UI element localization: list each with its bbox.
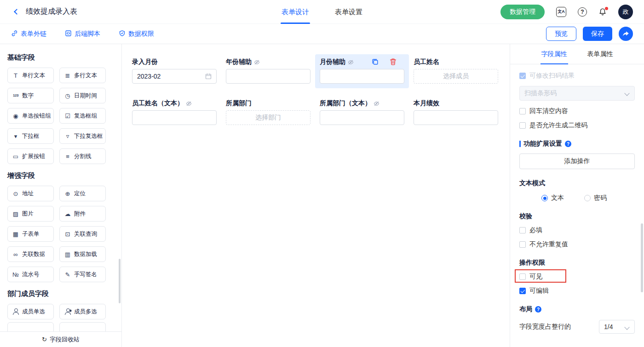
- shield-icon: [119, 30, 126, 38]
- field-label-row: 所属部门: [226, 98, 310, 108]
- field-label: 年份辅助: [226, 58, 252, 66]
- field-type-button[interactable]: T单行文本: [7, 68, 54, 83]
- radio[interactable]: [584, 195, 591, 201]
- canvas-field[interactable]: 所属部门（文本）: [315, 96, 409, 130]
- radio-option[interactable]: 密码: [584, 194, 607, 202]
- field-width-select[interactable]: 1/4: [599, 320, 635, 334]
- field-type-button[interactable]: ⊙地址: [7, 186, 54, 201]
- data-permission-button[interactable]: 数据权限: [119, 30, 154, 38]
- text-mode-radios: 文本密码: [541, 194, 635, 202]
- sidebar-scrollbar[interactable]: [119, 259, 121, 303]
- header-tab-form-settings[interactable]: 表单设置: [335, 0, 362, 24]
- field-label: 所属部门: [226, 99, 252, 108]
- form-toolbar: 表单外链后端脚本数据权限 预览 保存: [0, 24, 644, 44]
- field-type-button[interactable]: ∞关联数据: [7, 246, 54, 262]
- field-type-button[interactable]: ☁附件: [59, 206, 106, 222]
- radio-option[interactable]: 文本: [541, 194, 564, 202]
- field-text-input[interactable]: [226, 69, 310, 84]
- field-text-input[interactable]: [320, 110, 404, 125]
- field-picker-input[interactable]: 选择部门: [226, 110, 310, 125]
- canvas-field[interactable]: 员工姓名（文本）: [127, 96, 221, 130]
- field-date-input[interactable]: 2023-02: [132, 69, 217, 84]
- field-text-input[interactable]: [320, 69, 404, 84]
- field-type-button[interactable]: 成员多选: [59, 304, 106, 319]
- add-action-button[interactable]: 添加操作: [519, 154, 635, 169]
- checkbox[interactable]: [519, 273, 526, 280]
- panel-tab-field-properties[interactable]: 字段属性: [541, 44, 567, 64]
- toolbar-link-label: 后端脚本: [75, 30, 100, 38]
- radio[interactable]: [541, 195, 548, 201]
- checkbox-label: 可修改扫码结果: [529, 72, 575, 80]
- field-type-icon: ▿: [64, 133, 71, 139]
- field-label: 所属部门（文本）: [320, 99, 371, 108]
- checkbox[interactable]: [519, 227, 526, 233]
- canvas-field[interactable]: 员工姓名选择成员: [409, 54, 503, 88]
- field-type-icon: ◷: [64, 93, 71, 99]
- field-type-button[interactable]: ▭扩展按钮: [7, 148, 54, 164]
- toolbar-link-label: 数据权限: [128, 30, 154, 38]
- canvas-field[interactable]: 本月绩效: [409, 96, 503, 130]
- panel-scrollbar[interactable]: [641, 223, 643, 292]
- avatar[interactable]: 政: [618, 5, 633, 19]
- field-type-button[interactable]: ⊡关联查询: [59, 226, 106, 242]
- help-icon[interactable]: [565, 141, 571, 147]
- checkbox[interactable]: [519, 288, 526, 294]
- translate-icon[interactable]: 文A: [556, 7, 566, 17]
- notification-bell-icon[interactable]: [598, 8, 607, 16]
- field-picker-input[interactable]: 选择成员: [414, 69, 498, 84]
- field-type-button[interactable]: ▿下拉复选框: [59, 128, 106, 144]
- share-button[interactable]: [619, 27, 633, 41]
- checkbox-label: 可编辑: [529, 287, 549, 295]
- header-tab-form-design[interactable]: 表单设计: [282, 0, 309, 24]
- field-label: 月份辅助: [320, 58, 345, 66]
- preview-button[interactable]: 预览: [546, 27, 576, 41]
- field-text-input[interactable]: [414, 110, 498, 125]
- field-type-button[interactable]: ◷日期时间: [59, 88, 106, 103]
- field-type-button[interactable]: ⊕定位: [59, 186, 106, 201]
- field-type-button[interactable]: ◉单选按钮组: [7, 108, 54, 124]
- backend-script-button[interactable]: 后端脚本: [65, 30, 100, 38]
- field-type-button[interactable]: ≡分割线: [59, 148, 106, 164]
- field-type-button[interactable]: 123数字: [7, 88, 54, 103]
- copy-field-icon[interactable]: [371, 58, 379, 66]
- checkbox[interactable]: [519, 241, 526, 248]
- hidden-eye-icon: [186, 101, 192, 107]
- field-type-label: 复选框组: [74, 112, 97, 120]
- field-type-button[interactable]: ▾下拉框: [7, 128, 54, 144]
- section-title-text: 功能扩展设置: [523, 140, 562, 148]
- field-type-icon: [64, 308, 71, 315]
- field-text-input[interactable]: [132, 110, 217, 125]
- checkbox[interactable]: [519, 122, 526, 129]
- sidebar-section-title: 增强字段: [7, 171, 121, 180]
- delete-field-icon[interactable]: [389, 58, 397, 66]
- back-button[interactable]: [11, 7, 20, 17]
- field-type-button[interactable]: ≣多行文本: [59, 68, 106, 83]
- canvas-field[interactable]: 月份辅助: [315, 54, 409, 88]
- field-type-button[interactable]: ▦子表单: [7, 226, 54, 242]
- field-type-button[interactable]: ▥数据加载: [59, 246, 106, 262]
- help-icon[interactable]: [535, 306, 541, 313]
- field-type-label: 单选按钮组: [22, 112, 51, 120]
- checkbox-label: 是否允许生成二维码: [529, 121, 587, 130]
- field-type-button[interactable]: 成员单选: [7, 304, 54, 319]
- field-type-button[interactable]: ▨图片: [7, 206, 54, 222]
- help-icon[interactable]: [578, 7, 587, 17]
- data-manage-button[interactable]: 数据管理: [500, 5, 545, 19]
- field-type-label: 定位: [74, 190, 86, 198]
- field-recycle-bin[interactable]: 字段回收站: [0, 331, 121, 347]
- canvas-field[interactable]: 所属部门选择部门: [221, 96, 315, 130]
- canvas-field[interactable]: 年份辅助: [221, 54, 315, 88]
- field-type-button[interactable]: №流水号: [7, 267, 54, 282]
- field-type-button[interactable]: ☑复选框组: [59, 108, 106, 124]
- field-type-label: 数据加载: [74, 250, 97, 258]
- checkbox[interactable]: [519, 108, 526, 114]
- canvas-field[interactable]: 录入月份2023-02: [127, 54, 221, 88]
- save-button[interactable]: 保存: [583, 27, 612, 41]
- panel-tab-form-properties[interactable]: 表单属性: [587, 44, 613, 64]
- checkbox-row: 可编辑: [519, 287, 635, 295]
- checkbox-label: 回车清空内容: [529, 107, 568, 115]
- form-external-link-button[interactable]: 表单外链: [11, 30, 46, 38]
- scan-result-checkbox-row: 可修改扫码结果: [519, 72, 635, 80]
- field-type-label: 单行文本: [22, 72, 45, 80]
- field-type-button[interactable]: ✎手写签名: [59, 267, 106, 282]
